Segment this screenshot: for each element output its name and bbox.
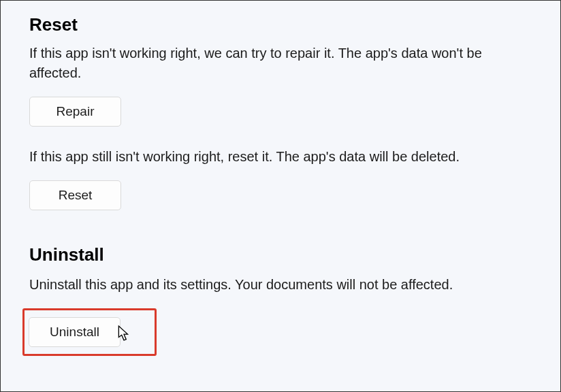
uninstall-description: Uninstall this app and its settings. You…	[29, 275, 492, 295]
reset-description: If this app still isn't working right, r…	[29, 147, 492, 167]
repair-button-row: Repair	[29, 97, 532, 127]
uninstall-heading: Uninstall	[29, 244, 532, 265]
reset-heading: Reset	[29, 14, 532, 35]
repair-description: If this app isn't working right, we can …	[29, 44, 492, 83]
repair-button[interactable]: Repair	[29, 97, 121, 127]
reset-button-row: Reset	[29, 180, 532, 210]
uninstall-button[interactable]: Uninstall	[29, 317, 121, 347]
reset-section: Reset If this app isn't working right, w…	[29, 14, 532, 210]
reset-button[interactable]: Reset	[29, 180, 121, 210]
uninstall-section: Uninstall Uninstall this app and its set…	[29, 244, 532, 356]
uninstall-highlight: Uninstall	[22, 308, 157, 356]
